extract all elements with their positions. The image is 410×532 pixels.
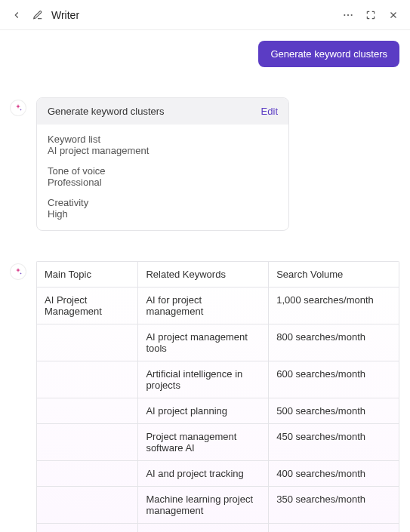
field-creativity: Creativity High xyxy=(48,197,278,220)
table-cell xyxy=(37,487,138,524)
prompt-card-header: Generate keyword clusters Edit xyxy=(37,98,288,125)
table-cell xyxy=(37,398,138,424)
field-label: Keyword list xyxy=(48,134,278,145)
table-cell xyxy=(37,324,138,361)
table-row: AI Project ManagementAI for project mana… xyxy=(37,288,399,324)
table-cell xyxy=(37,361,138,398)
table-cell: 600 searches/month xyxy=(269,361,399,398)
header-left: Writer xyxy=(9,8,79,23)
back-icon[interactable] xyxy=(9,8,24,23)
table-cell xyxy=(37,524,138,533)
table-cell: AI project manage­ment tools xyxy=(138,324,269,361)
user-message-row: Generate keyword clusters xyxy=(11,41,399,67)
sparkle-icon xyxy=(11,264,26,279)
table-cell: 450 searches/month xyxy=(269,424,399,461)
svg-point-0 xyxy=(344,14,345,15)
table-cell xyxy=(37,461,138,487)
edit-link[interactable]: Edit xyxy=(261,106,278,117)
table-cell xyxy=(37,424,138,461)
assistant-block-card: Generate keyword clusters Edit Keyword l… xyxy=(11,97,399,231)
table-row: AI and project tracking400 searches/mont… xyxy=(37,461,399,487)
col-search-volume: Search Volume xyxy=(269,262,399,288)
field-label: Creativity xyxy=(48,197,278,208)
more-icon[interactable] xyxy=(341,8,356,23)
field-value: High xyxy=(48,208,278,220)
table-cell: Machine learning project management xyxy=(138,487,269,524)
assistant-block-table: Main Topic Related Keywords Search Volum… xyxy=(11,261,399,532)
table-cell: 350 searches/month xyxy=(269,487,399,524)
header: Writer xyxy=(0,0,410,30)
table-cell: Project management software AI xyxy=(138,424,269,461)
table-cell: 400 searches/month xyxy=(269,461,399,487)
table-cell: AI Project Management xyxy=(37,288,138,324)
table-row: Machine learning project management350 s… xyxy=(37,487,399,524)
close-icon[interactable] xyxy=(386,8,401,23)
content: Generate keyword clusters Generate keywo… xyxy=(0,30,410,532)
table-cell: 800 searches/month xyxy=(269,324,399,361)
svg-point-1 xyxy=(347,14,349,15)
svg-point-2 xyxy=(351,14,353,15)
field-tone: Tone of voice Professional xyxy=(48,165,278,188)
table-cell: Artificial intelligence in projects xyxy=(138,361,269,398)
table-cell: 1,000 searches/month xyxy=(269,288,399,324)
results-table-container: Main Topic Related Keywords Search Volum… xyxy=(36,261,399,532)
table-row: AI project manage­ment tools800 searches… xyxy=(37,324,399,361)
table-row: AI project planning500 searches/month xyxy=(37,398,399,424)
sparkle-icon xyxy=(11,100,26,115)
expand-icon[interactable] xyxy=(363,8,378,23)
field-keyword-list: Keyword list AI project management xyxy=(48,134,278,156)
pencil-icon[interactable] xyxy=(30,8,45,23)
table-row: Artificial intelligence in projects600 s… xyxy=(37,361,399,398)
table-row: AI for task300 searches/month xyxy=(37,524,399,533)
prompt-card-body: Keyword list AI project management Tone … xyxy=(37,125,288,230)
table-row: Project management software AI450 search… xyxy=(37,424,399,461)
table-cell: AI and project tracking xyxy=(138,461,269,487)
prompt-card: Generate keyword clusters Edit Keyword l… xyxy=(36,97,289,231)
table-cell: AI for task xyxy=(138,524,269,533)
col-main-topic: Main Topic xyxy=(37,262,138,288)
table-header-row: Main Topic Related Keywords Search Volum… xyxy=(37,262,399,288)
col-related-keywords: Related Keywords xyxy=(138,262,269,288)
header-right xyxy=(341,8,401,23)
field-label: Tone of voice xyxy=(48,165,278,177)
field-value: Professional xyxy=(48,177,278,188)
page-title: Writer xyxy=(51,9,79,21)
table-cell: AI project planning xyxy=(138,398,269,424)
field-value: AI project management xyxy=(48,145,278,156)
table-cell: 500 searches/month xyxy=(269,398,399,424)
prompt-card-title: Generate keyword clusters xyxy=(48,106,165,117)
table-cell: AI for project management xyxy=(138,288,269,324)
user-message-bubble: Generate keyword clusters xyxy=(258,41,399,67)
table-cell: 300 searches/month xyxy=(269,524,399,533)
results-table: Main Topic Related Keywords Search Volum… xyxy=(36,261,399,532)
